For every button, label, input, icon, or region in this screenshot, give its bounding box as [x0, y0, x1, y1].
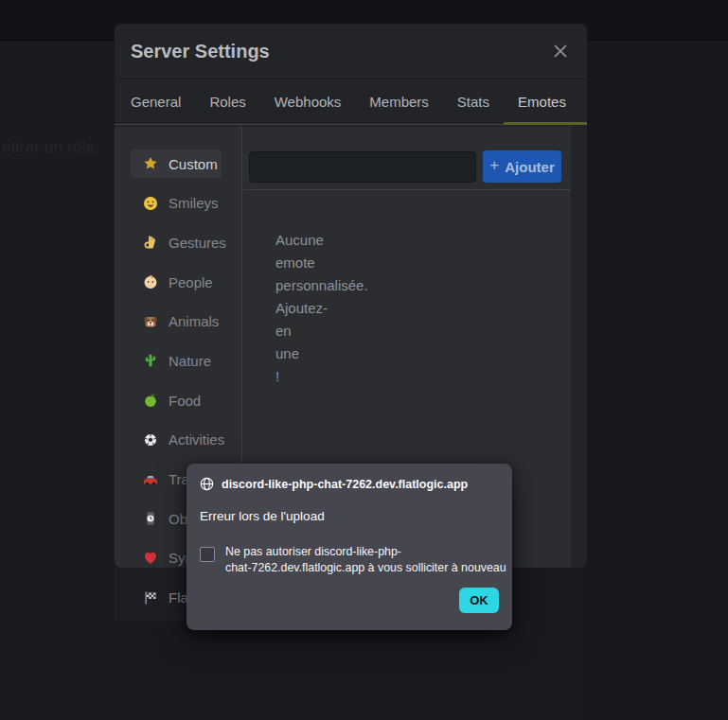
- heart-icon: [143, 551, 158, 566]
- category-item-gestures[interactable]: Gestures: [131, 228, 222, 256]
- emote-name-input[interactable]: [249, 151, 476, 183]
- category-label: Animals: [169, 313, 219, 329]
- content-separator: [243, 189, 571, 190]
- add-emote-button[interactable]: + Ajouter: [483, 150, 561, 183]
- category-item-custom[interactable]: Custom: [131, 149, 222, 178]
- category-item-people[interactable]: People: [131, 268, 222, 296]
- baby-face-icon: [143, 274, 158, 290]
- background-dimmed-text: etirer un rôle.: [2, 138, 99, 157]
- category-label: People: [169, 274, 213, 290]
- category-label: Smileys: [169, 195, 219, 211]
- smiley-icon: [143, 196, 158, 211]
- dont-ask-again-checkbox[interactable]: [200, 547, 215, 562]
- ok-button[interactable]: OK: [459, 588, 499, 613]
- dialog-message: Erreur lors de l'upload: [200, 509, 325, 523]
- tab-emotes[interactable]: Emotes: [504, 79, 587, 124]
- dialog-origin-row: discord-like-php-chat-7262.dev.flatlogic…: [200, 477, 468, 491]
- page-right-panel: [587, 42, 728, 720]
- plus-icon: +: [489, 156, 499, 175]
- category-label: Gestures: [169, 235, 226, 251]
- category-label: Custom: [169, 156, 218, 172]
- checkered-flag-icon: [143, 590, 158, 606]
- cactus-icon: [143, 353, 158, 368]
- tab-roles[interactable]: Roles: [195, 79, 259, 124]
- star-icon: [143, 156, 158, 171]
- category-label: Nature: [169, 353, 211, 369]
- dialog-origin-text: discord-like-php-chat-7262.dev.flatlogic…: [222, 478, 468, 491]
- category-item-activities[interactable]: Activities: [131, 426, 222, 454]
- add-emote-button-label: Ajouter: [505, 159, 555, 175]
- category-item-nature[interactable]: Nature: [131, 346, 222, 375]
- dont-ask-again-label[interactable]: Ne pas autoriser discord-like-php- chat-…: [225, 544, 506, 575]
- category-item-food[interactable]: Food: [131, 386, 222, 414]
- soccer-ball-icon: [143, 432, 158, 448]
- dog-icon: [143, 314, 158, 329]
- tab-general[interactable]: General: [116, 79, 195, 124]
- settings-tab-bar: General Roles Webhooks Members Stats Emo…: [115, 79, 587, 125]
- globe-icon: [200, 477, 214, 491]
- category-item-smileys[interactable]: Smileys: [131, 189, 222, 218]
- browser-alert-dialog: discord-like-php-chat-7262.dev.flatlogic…: [186, 464, 512, 630]
- emote-upload-row: + Ajouter: [243, 127, 571, 189]
- modal-header: Server Settings: [115, 24, 587, 79]
- ok-hand-icon: [143, 235, 158, 250]
- watch-icon: [143, 511, 158, 526]
- green-apple-icon: [143, 393, 158, 408]
- tab-stats[interactable]: Stats: [443, 79, 504, 124]
- close-icon[interactable]: [549, 40, 572, 62]
- category-label: Activities: [169, 431, 224, 448]
- empty-state-text: Aucune emote personnalisée. Ajoutez- en …: [275, 229, 403, 388]
- car-icon: [143, 472, 158, 487]
- dialog-checkbox-row: Ne pas autoriser discord-like-php- chat-…: [200, 544, 506, 575]
- category-item-animals[interactable]: Animals: [131, 307, 222, 336]
- tab-members[interactable]: Members: [355, 79, 443, 124]
- category-label: Food: [169, 393, 201, 409]
- page-title: Server Settings: [131, 41, 549, 62]
- tab-webhooks[interactable]: Webhooks: [260, 79, 356, 124]
